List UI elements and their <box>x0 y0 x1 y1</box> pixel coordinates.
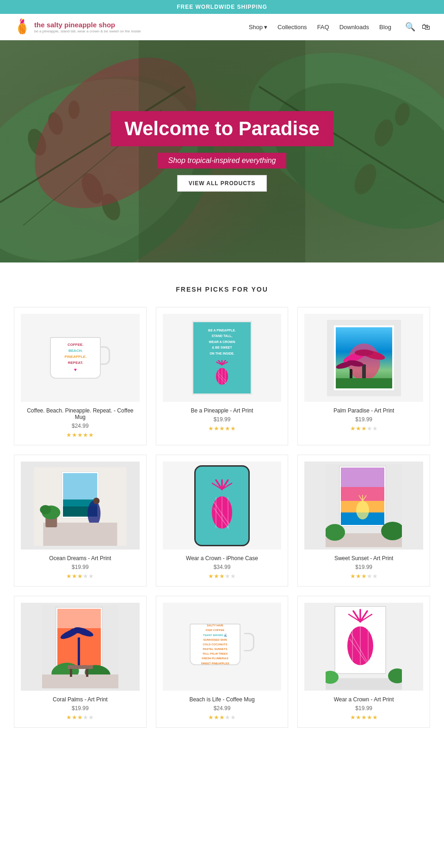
product-card-coral-palms[interactable]: Coral Palms - Art Print $19.99 ★★★★★ <box>14 596 147 728</box>
product-title: Be a Pineapple - Art Print <box>163 407 282 414</box>
logo-text: the salty pineapple shop be a pineapple,… <box>34 21 141 33</box>
logo-name: the salty pineapple shop <box>34 21 141 29</box>
svg-rect-85 <box>78 637 80 666</box>
search-icon[interactable]: 🔍 <box>405 22 415 32</box>
product-image-wear-crown-case <box>163 462 282 550</box>
nav-shop-label: Shop <box>249 24 263 31</box>
hero-subtitle: Shop tropical-inspired everything <box>158 153 286 169</box>
svg-point-79 <box>326 524 345 541</box>
product-rating: ★★★★★ <box>304 573 423 580</box>
header-icons: 🔍 🛍 <box>405 22 430 32</box>
pineapple-logo-icon <box>14 19 31 35</box>
product-card-beach-mug[interactable]: SALTY HAIR ICED COFFEE TEENY BIKINIS 🌊 S… <box>156 596 289 728</box>
site-header: the salty pineapple shop be a pineapple,… <box>0 14 444 40</box>
phone-case-wrap <box>194 465 250 546</box>
products-section: FRESH PICKS FOR YOU COFFEE. BEACH. PINEA… <box>0 262 444 742</box>
crown-scene-svg <box>326 604 402 690</box>
product-card-be-pineapple[interactable]: BE A PINEAPPLE.STAND TALL,WEAR A CROWN& … <box>156 307 289 445</box>
product-image-wear-crown-print <box>304 603 423 691</box>
product-rating: ★★★★★ <box>21 714 140 721</box>
svg-point-52 <box>93 498 99 504</box>
product-title: Coral Palms - Art Print <box>21 696 140 703</box>
sunset-scene-svg <box>326 464 402 547</box>
hero-title: Welcome to Paradise <box>111 111 333 146</box>
nav-shop[interactable]: Shop ▾ <box>249 24 267 31</box>
product-price: $24.99 <box>163 705 282 712</box>
product-title: Wear a Crown - iPhone Case <box>163 555 282 562</box>
product-card-wear-crown-case[interactable]: Wear a Crown - iPhone Case $34.99 ★★★★★ <box>156 455 289 587</box>
hero-content: Welcome to Paradise Shop tropical-inspir… <box>111 111 333 192</box>
nav-blog[interactable]: Blog <box>379 24 391 31</box>
product-rating: ★★★★★ <box>163 425 282 432</box>
product-card-coffee-mug[interactable]: COFFEE. BEACH. PINEAPPLE. REPEAT. ♥ Coff… <box>14 307 147 445</box>
product-rating: ★★★★★ <box>163 573 282 580</box>
product-title: Sweet Sunset - Art Print <box>304 555 423 562</box>
cart-icon[interactable]: 🛍 <box>422 22 430 32</box>
shipping-banner: FREE WORLDWIDE SHIPPING <box>0 0 444 14</box>
product-price: $19.99 <box>163 416 282 423</box>
palm-print-wrap <box>327 320 401 396</box>
nav-downloads[interactable]: Downloads <box>339 24 369 31</box>
product-card-ocean-dreams[interactable]: Ocean Dreams - Art Print $19.99 ★★★★★ <box>14 455 147 587</box>
main-nav: Shop ▾ Collections FAQ Downloads Blog <box>249 24 391 31</box>
product-image-palm-paradise <box>304 314 423 402</box>
phone-case-inner <box>199 470 245 541</box>
product-image-coffee-mug: COFFEE. BEACH. PINEAPPLE. REPEAT. ♥ <box>21 314 140 402</box>
product-card-sweet-sunset[interactable]: Sweet Sunset - Art Print $19.99 ★★★★★ <box>297 455 430 587</box>
product-rating: ★★★★★ <box>163 714 282 721</box>
product-title: Coffee. Beach. Pineapple. Repeat. - Coff… <box>21 407 140 420</box>
chevron-down-icon: ▾ <box>264 24 267 31</box>
nav-collections[interactable]: Collections <box>278 24 307 31</box>
product-price: $19.99 <box>21 564 140 570</box>
svg-point-56 <box>40 505 51 514</box>
ocean-wrap <box>21 462 140 550</box>
pineapple-print-card: BE A PINEAPPLE.STAND TALL,WEAR A CROWN& … <box>192 321 252 395</box>
products-grid: COFFEE. BEACH. PINEAPPLE. REPEAT. ♥ Coff… <box>14 307 430 728</box>
product-image-be-pineapple: BE A PINEAPPLE.STAND TALL,WEAR A CROWN& … <box>163 314 282 402</box>
product-title: Beach is Life - Coffee Mug <box>163 696 282 703</box>
palm-inner <box>334 325 394 390</box>
coral-scene-svg <box>42 605 118 688</box>
mug-mockup: COFFEE. BEACH. PINEAPPLE. REPEAT. ♥ <box>50 332 110 383</box>
logo[interactable]: the salty pineapple shop be a pineapple,… <box>14 19 141 35</box>
svg-rect-94 <box>68 665 93 669</box>
product-image-beach-mug: SALTY HAIR ICED COFFEE TEENY BIKINIS 🌊 S… <box>163 603 282 691</box>
svg-rect-91 <box>42 674 118 688</box>
svg-point-74 <box>356 501 369 519</box>
nav-faq[interactable]: FAQ <box>317 24 329 31</box>
view-all-products-button[interactable]: VIEW ALL PRODUCTS <box>177 175 267 192</box>
phone-case-pineapple-svg <box>206 478 238 533</box>
product-rating: ★★★★★ <box>304 425 423 432</box>
product-price: $19.99 <box>304 705 423 712</box>
svg-point-88 <box>70 628 87 633</box>
product-price: $19.99 <box>304 564 423 570</box>
palm-svg <box>336 327 392 390</box>
product-title: Wear a Crown - Art Print <box>304 696 423 703</box>
product-card-palm-paradise[interactable]: Palm Paradise - Art Print $19.99 ★★★★★ <box>297 307 430 445</box>
product-rating: ★★★★★ <box>21 431 140 438</box>
product-price: $34.99 <box>163 564 282 570</box>
product-image-ocean-dreams <box>21 462 140 550</box>
product-title: Ocean Dreams - Art Print <box>21 555 140 562</box>
product-rating: ★★★★★ <box>21 573 140 580</box>
svg-rect-45 <box>336 378 392 390</box>
ocean-scene-svg <box>21 467 140 546</box>
product-image-coral-palms <box>21 603 140 691</box>
product-title: Palm Paradise - Art Print <box>304 407 423 414</box>
product-price: $19.99 <box>21 705 140 712</box>
product-image-sweet-sunset <box>304 462 423 550</box>
svg-point-41 <box>355 350 373 356</box>
svg-point-51 <box>87 500 100 526</box>
logo-tagline: be a pineapple, stand tall, wear a crown… <box>34 29 141 33</box>
product-price: $19.99 <box>304 416 423 423</box>
banner-text: FREE WORLDWIDE SHIPPING <box>177 4 267 10</box>
beach-mug-mockup: SALTY HAIR ICED COFFEE TEENY BIKINIS 🌊 S… <box>190 619 254 674</box>
product-rating: ★★★★★ <box>304 714 423 721</box>
section-title: FRESH PICKS FOR YOU <box>14 286 430 293</box>
product-card-wear-crown-print[interactable]: Wear a Crown - Art Print $19.99 ★★★★★ <box>297 596 430 728</box>
product-price: $24.99 <box>21 423 140 429</box>
pineapple-svg <box>213 360 231 388</box>
hero-section: Welcome to Paradise Shop tropical-inspir… <box>0 40 444 262</box>
